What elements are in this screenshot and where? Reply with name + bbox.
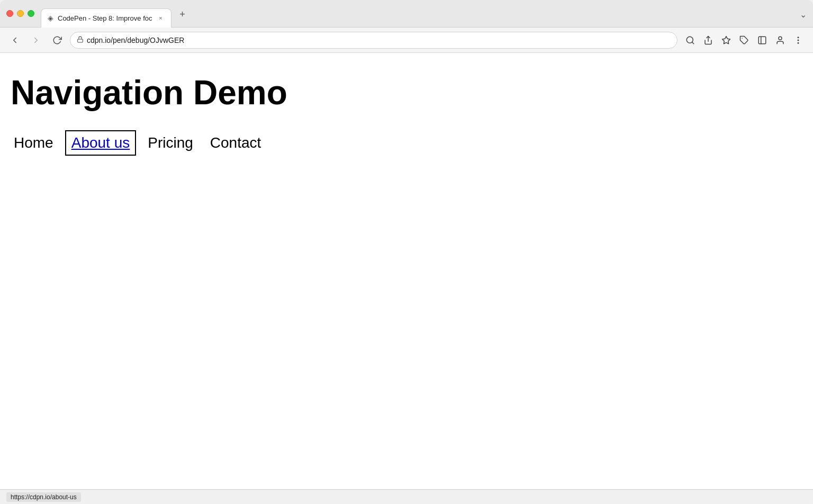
lock-icon bbox=[77, 36, 84, 44]
tab-close-button[interactable]: × bbox=[156, 14, 165, 22]
svg-point-10 bbox=[798, 40, 799, 41]
bookmark-icon bbox=[721, 35, 731, 45]
toolbar-actions bbox=[682, 32, 807, 49]
reload-icon bbox=[52, 35, 62, 45]
nav-link-contact[interactable]: Contact bbox=[207, 132, 265, 154]
bookmark-button[interactable] bbox=[718, 32, 735, 49]
status-url: https://cdpn.io/about-us bbox=[6, 492, 81, 502]
address-bar[interactable]: cdpn.io/pen/debug/OJvwGER bbox=[70, 32, 678, 49]
profile-button[interactable] bbox=[772, 32, 789, 49]
tab-icon: ◈ bbox=[48, 14, 53, 22]
tab-bar: ◈ CodePen - Step 8: Improve foc × + ⌄ bbox=[41, 4, 807, 23]
nav-link-pricing[interactable]: Pricing bbox=[144, 132, 196, 154]
profile-icon bbox=[775, 35, 785, 45]
nav-link-about[interactable]: About us bbox=[67, 132, 134, 154]
active-tab[interactable]: ◈ CodePen - Step 8: Improve foc × bbox=[41, 8, 171, 28]
nav-link-home[interactable]: Home bbox=[11, 132, 57, 154]
menu-button[interactable] bbox=[790, 32, 807, 49]
search-button[interactable] bbox=[682, 32, 699, 49]
extensions-icon bbox=[739, 35, 749, 45]
title-bar: ◈ CodePen - Step 8: Improve foc × + ⌄ bbox=[0, 0, 813, 28]
maximize-button[interactable] bbox=[28, 10, 34, 17]
reload-button[interactable] bbox=[49, 32, 66, 49]
main-navigation: Home About us Pricing Contact bbox=[11, 132, 802, 154]
address-text: cdpn.io/pen/debug/OJvwGER bbox=[87, 36, 671, 44]
navigation-bar: cdpn.io/pen/debug/OJvwGER bbox=[0, 28, 813, 53]
svg-point-8 bbox=[779, 37, 782, 40]
sidebar-button[interactable] bbox=[754, 32, 771, 49]
svg-rect-0 bbox=[78, 39, 83, 42]
traffic-lights bbox=[6, 10, 34, 17]
minimize-button[interactable] bbox=[17, 10, 24, 17]
tab-expand-button[interactable]: ⌄ bbox=[800, 10, 807, 20]
back-button[interactable] bbox=[6, 32, 23, 49]
svg-rect-6 bbox=[758, 37, 766, 44]
status-bar: https://cdpn.io/about-us bbox=[0, 489, 813, 504]
svg-line-2 bbox=[692, 42, 693, 43]
extensions-button[interactable] bbox=[736, 32, 753, 49]
forward-button[interactable] bbox=[28, 32, 44, 49]
new-tab-button[interactable]: + bbox=[175, 7, 189, 22]
search-icon bbox=[685, 35, 695, 45]
forward-icon bbox=[31, 35, 41, 45]
share-icon bbox=[703, 35, 713, 45]
svg-marker-4 bbox=[722, 36, 730, 43]
browser-window: ◈ CodePen - Step 8: Improve foc × + ⌄ bbox=[0, 0, 813, 504]
page-content: Navigation Demo Home About us Pricing Co… bbox=[0, 53, 813, 489]
svg-point-9 bbox=[798, 37, 799, 38]
close-button[interactable] bbox=[6, 10, 13, 17]
share-button[interactable] bbox=[700, 32, 717, 49]
sidebar-icon bbox=[757, 35, 767, 45]
back-icon bbox=[10, 35, 20, 45]
menu-icon bbox=[793, 35, 803, 45]
tab-title: CodePen - Step 8: Improve foc bbox=[58, 14, 152, 22]
page-title: Navigation Demo bbox=[11, 74, 802, 111]
svg-point-11 bbox=[798, 42, 799, 43]
